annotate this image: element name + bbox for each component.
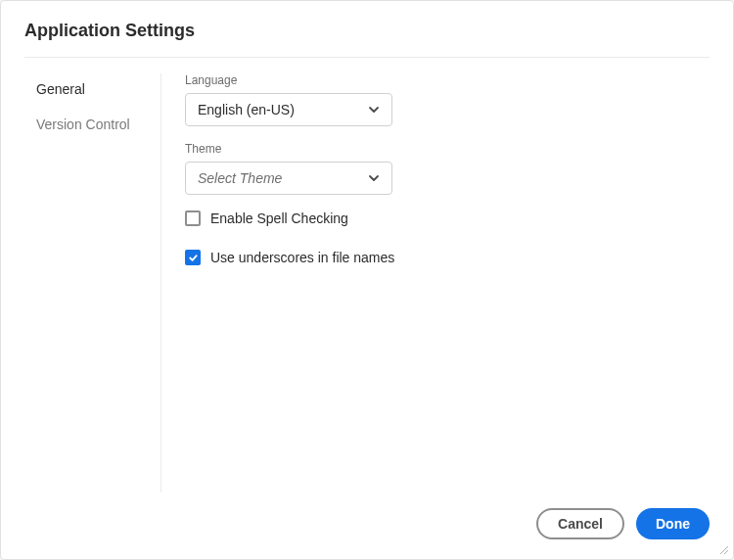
check-icon xyxy=(188,253,199,263)
chevron-down-icon xyxy=(368,104,380,116)
done-button[interactable]: Done xyxy=(636,508,710,539)
dialog-title: Application Settings xyxy=(24,21,710,58)
resize-grip-icon[interactable] xyxy=(717,543,729,555)
spellcheck-checkbox-row[interactable]: Enable Spell Checking xyxy=(185,210,710,226)
svg-line-0 xyxy=(720,546,728,554)
language-select[interactable]: English (en-US) xyxy=(185,93,392,126)
sidebar: General Version Control xyxy=(24,73,161,492)
language-value: English (en-US) xyxy=(198,102,295,117)
theme-group: Theme Select Theme xyxy=(185,142,710,195)
spellcheck-label: Enable Spell Checking xyxy=(210,210,348,226)
dialog-footer: Cancel Done xyxy=(24,492,710,539)
theme-placeholder: Select Theme xyxy=(198,170,282,186)
sidebar-item-label: General xyxy=(36,81,85,97)
sidebar-item-general[interactable]: General xyxy=(24,73,153,105)
cancel-button[interactable]: Cancel xyxy=(536,508,624,539)
underscores-checkbox xyxy=(185,250,201,265)
underscores-checkbox-row[interactable]: Use underscores in file names xyxy=(185,250,710,265)
svg-line-1 xyxy=(724,550,728,554)
chevron-down-icon xyxy=(368,172,380,184)
spellcheck-checkbox xyxy=(185,210,201,226)
theme-label: Theme xyxy=(185,142,710,156)
sidebar-item-label: Version Control xyxy=(36,117,130,132)
underscores-label: Use underscores in file names xyxy=(210,250,394,265)
language-group: Language English (en-US) xyxy=(185,73,710,126)
settings-dialog: Application Settings General Version Con… xyxy=(0,0,734,560)
sidebar-item-version-control[interactable]: Version Control xyxy=(24,109,153,140)
language-label: Language xyxy=(185,73,710,87)
theme-select[interactable]: Select Theme xyxy=(185,162,392,195)
dialog-content: General Version Control Language English… xyxy=(24,58,710,492)
general-panel: Language English (en-US) Theme Select Th… xyxy=(161,73,710,492)
